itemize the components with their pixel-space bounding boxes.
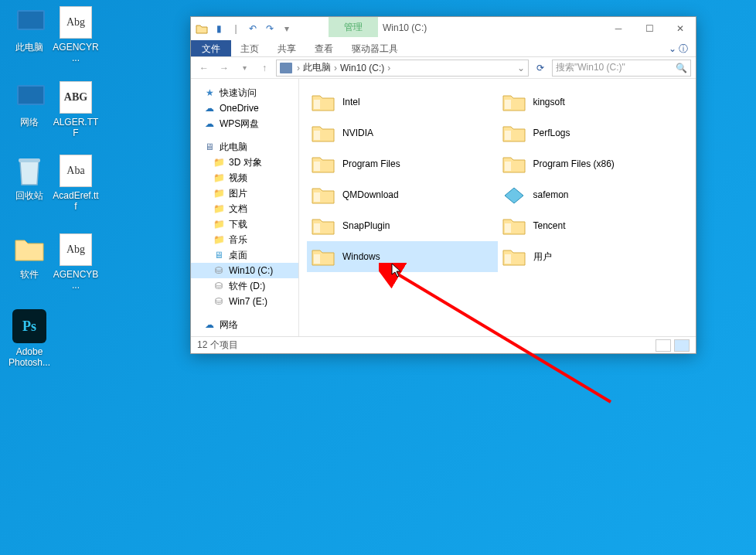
view-large-icons-button[interactable] [674,339,690,352]
desktop-icon-alger[interactable]: ABG ALGER.TTF [53,81,99,139]
refresh-button[interactable]: ⟳ [532,63,549,73]
tab-file[interactable]: 文件 [191,40,231,56]
breadcrumb-dropdown-icon[interactable]: ⌄ [517,63,525,73]
sidebar-item-label: 桌面 [229,249,247,262]
folder-small-icon [196,22,208,35]
desktop-icon-label: 此电脑 [6,42,53,53]
redo-icon[interactable]: ↷ [264,22,276,35]
minimize-button[interactable]: ─ [603,17,634,40]
desktop-icon-agencyr[interactable]: Abg AGENCYR... [53,6,99,64]
up-button[interactable]: ↑ [256,60,273,77]
desktop-icon-label: 软件 [6,269,53,280]
sidebar-item--[interactable]: 📁文档 [191,201,298,216]
pc-icon [13,6,46,39]
sidebar-item--[interactable]: ☁网络 [191,317,298,332]
search-input[interactable]: 搜索"Win10 (C:)" 🔍 [552,60,691,77]
ribbon-tabs: 文件 主页 共享 查看 驱动器工具 ⌄ ⓘ [191,40,696,57]
desktop-icon-photoshop[interactable]: Ps Adobe Photosh... [6,309,53,369]
font-icon: Abg [60,6,92,39]
sidebar-item--[interactable]: 🖥桌面 [191,247,298,263]
close-button[interactable]: ✕ [665,17,696,40]
sidebar-item-label: 软件 (D:) [229,280,265,293]
disk-icon: ⛁ [213,280,225,292]
sidebar-item-onedrive[interactable]: ☁OneDrive [191,100,298,116]
contextual-tab-manage[interactable]: 管理 [329,17,378,37]
sidebar-item--[interactable]: ★快速访问 [191,85,298,100]
back-button[interactable]: ← [196,60,213,77]
folder-item-nvidia[interactable]: NVIDIA [307,117,498,148]
history-dropdown[interactable]: ▾ [236,60,253,77]
desktop-icon-label: 网络 [6,117,53,128]
desktop-icon-this-pc[interactable]: 此电脑 [6,6,53,53]
svg-rect-6 [505,162,511,171]
sidebar-item-wps-[interactable]: ☁WPS网盘 [191,116,298,131]
tab-view[interactable]: 查看 [305,40,342,56]
chevron-right-icon[interactable]: › [386,63,392,73]
folder-icon [312,216,335,236]
svg-rect-4 [505,131,511,140]
sidebar-item--d-[interactable]: ⛁软件 (D:) [191,278,298,294]
address-bar-row: ← → ▾ ↑ › 此电脑 › Win10 (C:) › ⌄ ⟳ 搜索"Win1… [191,57,696,79]
folder-item-perflogs[interactable]: PerfLogs [498,117,689,148]
folder-label: safemon [533,189,569,200]
search-icon: 🔍 [676,63,687,73]
cloud-icon: ☁ [203,102,216,114]
tab-share[interactable]: 共享 [268,40,305,56]
sidebar-item--[interactable]: 📁下载 [191,216,298,232]
sidebar-item-label: 文档 [229,203,247,216]
forward-button[interactable]: → [216,60,233,77]
folder-item-safemon[interactable]: safemon [498,179,689,210]
folder-item-snapplugin[interactable]: SnapPlugin [307,210,498,241]
desktop-icon-recycle-bin[interactable]: 回收站 [6,155,53,201]
folder-item-tencent[interactable]: Tencent [498,210,689,241]
sidebar-item-label: 此电脑 [220,141,247,154]
sidebar-item--[interactable]: 📁音乐 [191,232,298,247]
tab-home[interactable]: 主页 [231,40,268,56]
maximize-button[interactable]: ☐ [634,17,665,40]
folder-item-windows[interactable]: Windows [307,241,498,272]
folder-item-qmdownload[interactable]: QMDownload [307,179,498,210]
sidebar-item--[interactable]: 📁视频 [191,170,298,186]
folder-label: PerfLogs [533,128,570,138]
desktop-icon-acaderef[interactable]: Aba AcadEref.ttf [53,155,99,213]
folder-item-program-files-x86-[interactable]: Program Files (x86) [498,148,689,179]
desktop-icon-agencyb[interactable]: Abg AGENCYB... [53,233,99,291]
breadcrumb[interactable]: › 此电脑 › Win10 (C:) › ⌄ [276,60,529,77]
breadcrumb-item[interactable]: 此电脑 [303,61,331,74]
disk-icon: ⛁ [213,295,225,308]
content-pane[interactable]: IntelkingsoftNVIDIAPerfLogsProgram Files… [299,79,696,336]
desktop-icon-network[interactable]: 网络 [6,81,53,128]
desk-icon: 🖥 [213,249,225,261]
chevron-right-icon[interactable]: › [295,63,301,73]
folder-item-program-files[interactable]: Program Files [307,148,498,179]
sidebar-item-label: 快速访问 [220,87,257,100]
sidebar-item-win7-e-[interactable]: ⛁Win7 (E:) [191,294,298,309]
dropdown-icon[interactable]: ▾ [281,22,293,35]
search-placeholder: 搜索"Win10 (C:)" [556,61,625,74]
ribbon-help-icon[interactable]: ⌄ ⓘ [661,40,696,56]
sidebar-item-win10-c-[interactable]: ⛁Win10 (C:) [191,263,298,278]
sidebar-item-label: 下载 [229,218,247,231]
tab-drive-tools[interactable]: 驱动器工具 [342,40,407,56]
folder-item--[interactable]: 用户 [498,241,689,272]
desktop-icon-software-folder[interactable]: 软件 [6,233,53,280]
sidebar-item-3d-[interactable]: 📁3D 对象 [191,155,298,170]
folder-icon [13,233,46,266]
sidebar-item--[interactable]: 🖥此电脑 [191,139,298,155]
undo-icon[interactable]: ↶ [247,22,259,35]
folder-item-intel[interactable]: Intel [307,87,498,117]
folder-label: NVIDIA [342,128,373,138]
desktop-icon-label: AcadEref.ttf [53,190,99,213]
svg-rect-0 [19,158,40,162]
breadcrumb-item[interactable]: Win10 (C:) [340,63,384,73]
view-details-button[interactable] [656,339,671,352]
drive-small-icon: ▮ [213,22,225,35]
pc-icon: 🖥 [203,141,216,153]
folder-item-kingsoft[interactable]: kingsoft [498,87,689,117]
title-bar[interactable]: ▮ | ↶ ↷ ▾ 管理 Win10 (C:) ─ ☐ ✕ [191,17,696,40]
folder-icon: 📁 [213,233,225,246]
folder-label: 用户 [533,250,552,264]
sidebar-item-label: WPS网盘 [220,117,259,131]
chevron-right-icon[interactable]: › [332,63,339,73]
sidebar-item--[interactable]: 📁图片 [191,186,298,201]
